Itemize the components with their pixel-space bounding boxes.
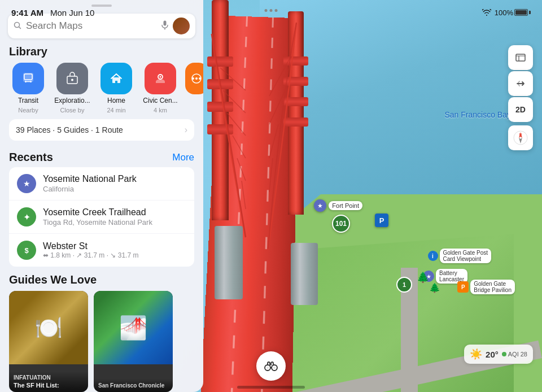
map-controls: 2D N (508, 45, 533, 150)
civic-sub: 4 km (154, 107, 167, 114)
sidebar-panel: Library Transit Nearby (0, 0, 203, 392)
recents-list: ★ Yosemite National Park California ✦ Yo… (9, 167, 194, 267)
webster-name: Webster St (43, 241, 186, 251)
map-view-button[interactable] (508, 45, 533, 70)
trees-1: 🌲 (417, 271, 429, 284)
civic-icon (145, 63, 176, 94)
webster-icon: $ (17, 241, 36, 260)
recent-item-yosemite-park[interactable]: ★ Yosemite National Park California (9, 167, 194, 201)
view-mode-label: 2D (515, 105, 526, 114)
compass-button[interactable]: N (508, 125, 533, 150)
more-icon (185, 63, 203, 94)
home-label: Home (107, 97, 125, 104)
fort-point-pin[interactable]: ★ Fort Point (314, 199, 362, 212)
wifi-icon (482, 9, 491, 16)
library-items: Transit Nearby Exploratio... Close by (0, 63, 203, 114)
weather-temp: 20° (486, 350, 499, 359)
guide-headline-1: The SF Hit List: (14, 382, 84, 389)
guides-title: Guides We Love (0, 267, 203, 291)
webster-info: Webster St ⬌ 1.8 km · ↗ 31.7 m · ↘ 31.7 … (43, 241, 186, 259)
transit-icon (12, 63, 44, 94)
svg-point-19 (71, 79, 73, 81)
svg-line-5 (242, 181, 246, 209)
svg-point-25 (199, 77, 201, 80)
svg-point-34 (273, 367, 276, 369)
pavilion-pin[interactable]: P Golden GateBridge Pavilion (457, 280, 515, 294)
svg-point-21 (160, 76, 161, 78)
svg-point-16 (30, 81, 32, 82)
svg-line-4 (237, 158, 246, 181)
aqi-dot (502, 352, 506, 356)
library-item-transit[interactable]: Transit Nearby (9, 63, 47, 114)
weather-widget[interactable]: ☀️ 20° AQI 28 (464, 345, 533, 364)
yosemite-park-sub: California (43, 185, 186, 193)
library-title: Library (0, 38, 203, 63)
highway-1-marker: 1 (396, 277, 412, 293)
guide-card-chronicle[interactable]: 🌁 San Francisco Chronicle (94, 291, 173, 392)
svg-line-1 (223, 90, 246, 113)
home-sub: 24 min (107, 107, 125, 114)
guide-card-infatuation[interactable]: 🍽️ INFATUATION The SF Hit List: (9, 291, 88, 392)
aqi-badge: AQI 28 (502, 351, 527, 358)
svg-point-33 (266, 367, 269, 369)
yosemite-park-name: Yosemite National Park (43, 174, 186, 184)
recent-item-webster[interactable]: $ Webster St ⬌ 1.8 km · ↗ 31.7 m · ↘ 31.… (9, 234, 194, 267)
highway-101-marker: 101 (332, 215, 350, 233)
binoculars-area (256, 351, 286, 381)
viewpoint-info[interactable]: i Golden Gate PostCard Viewpoint (428, 249, 492, 263)
library-item-more[interactable] (185, 63, 203, 114)
library-item-exploration[interactable]: Exploratio... Close by (53, 63, 91, 114)
transit-sub: Nearby (18, 107, 38, 114)
svg-text:N: N (519, 133, 522, 136)
trailhead-info: Yosemite Creek Trailhead Tioga Rd, Yosem… (43, 207, 186, 227)
status-time: 9:41 AM (11, 8, 43, 18)
three-dots-indicator (265, 9, 278, 12)
library-item-home[interactable]: Home 24 min (97, 63, 136, 114)
parking-pin[interactable]: P (375, 214, 388, 227)
binoculars-button[interactable] (256, 351, 286, 381)
explore-icon (56, 63, 88, 94)
directions-button[interactable] (508, 71, 533, 96)
explore-label: Exploratio... (54, 97, 90, 104)
webster-sub: ⬌ 1.8 km · ↗ 31.7 m · ↘ 31.7 m (43, 251, 186, 259)
yosemite-park-icon: ★ (17, 174, 36, 193)
status-icons: 100% (482, 8, 531, 17)
places-chevron-icon: › (185, 125, 187, 135)
recents-title: Recents (9, 151, 53, 164)
trees-2: 🌲 (429, 282, 440, 293)
sf-bay-label: San Francisco Bay (445, 110, 512, 119)
svg-point-15 (25, 81, 27, 82)
highway-1-label: 1 (403, 281, 406, 288)
yosemite-park-info: Yosemite National Park California (43, 174, 186, 193)
explore-sub: Close by (60, 107, 85, 114)
recent-item-yosemite-creek[interactable]: ✦ Yosemite Creek Trailhead Tioga Rd, Yos… (9, 201, 194, 234)
aqi-label: AQI 28 (508, 351, 527, 358)
battery-indicator: 100% (495, 8, 531, 17)
highway-101-label: 101 (335, 220, 347, 228)
svg-line-2 (227, 113, 246, 136)
places-text: 39 Places · 5 Guides · 1 Route (16, 125, 123, 134)
weather-icon: ☀️ (470, 348, 482, 360)
status-bar: 9:41 AM Mon Jun 10 100% (0, 0, 542, 25)
trailhead-sub: Tioga Rd, Yosemite National Park (43, 218, 186, 227)
library-item-civic[interactable]: Civic Cen... 4 km (141, 63, 180, 114)
recents-more-button[interactable]: More (172, 152, 194, 163)
places-row[interactable]: 39 Places · 5 Guides · 1 Route › (9, 119, 194, 141)
svg-rect-26 (516, 54, 525, 61)
guides-row: 🍽️ INFATUATION The SF Hit List: 🌁 San Fr… (0, 291, 203, 392)
svg-line-0 (220, 68, 246, 90)
home-icon (100, 63, 132, 94)
view-mode-button[interactable]: 2D (508, 97, 533, 122)
trailhead-name: Yosemite Creek Trailhead (43, 207, 186, 217)
svg-point-24 (192, 77, 194, 80)
civic-label: Civic Cen... (143, 97, 177, 104)
bridge-pillar-2 (291, 243, 318, 305)
trailhead-icon: ✦ (17, 207, 36, 227)
guide-source-1: INFATUATION (14, 374, 84, 381)
transit-label: Transit (18, 97, 38, 104)
status-date: Mon Jun 10 (50, 8, 94, 18)
svg-point-23 (195, 77, 198, 80)
guide-source-2: San Francisco Chronicle (98, 382, 168, 389)
home-indicator[interactable] (237, 386, 305, 389)
svg-line-9 (269, 158, 273, 192)
